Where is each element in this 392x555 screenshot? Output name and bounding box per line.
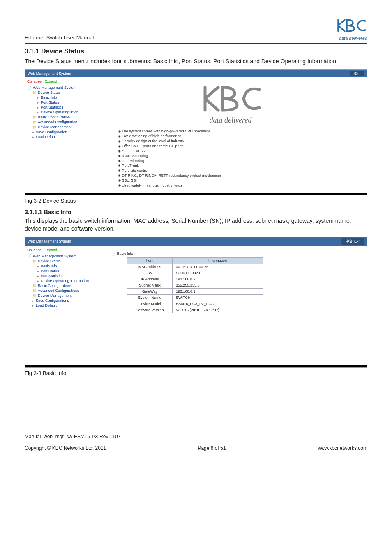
feature-item: Port rate control [118,168,221,173]
wm-title: Web Management System [28,239,71,243]
footer-url: www.kbcnetworks.com [318,445,367,451]
page-header: Ethernet Switch User Manual data deliver… [25,16,367,41]
tree-device-status[interactable]: Device Status [27,259,101,264]
tree-controls: Collapse | Expand [27,248,101,252]
footer-page: Page 6 of 51 [198,445,226,451]
tree-basic-info[interactable]: Basic Info [27,95,92,100]
welcome-tagline: data delivered [210,116,252,125]
feature-item: Used widely in various industry fields [118,183,221,188]
exit-button[interactable]: Exit [350,71,364,76]
screenshot-device-status: Web Management System Exit Collapse | Ex… [25,69,367,195]
tree-port-status[interactable]: Port Status [27,268,101,273]
tree-device-mgmt[interactable]: Device Management [27,293,101,298]
tree-controls: Collapse | Expand [27,79,92,83]
feature-item: Security design at the level of industry [118,139,221,143]
tree-device-operating[interactable]: Device Operating Infor [27,110,92,115]
welcome-content: data delivered The system comes with hig… [94,77,367,193]
tree-basic-config[interactable]: Basic Configuration [27,115,92,120]
section-title: 3.1.1 Device Status [25,48,367,55]
tree-adv-config[interactable]: Advanced Configuration [27,120,92,125]
tree-basic-config[interactable]: Basic Configurations [27,283,101,288]
tree-adv-config[interactable]: Advanced Configurations [27,288,101,293]
table-row: SNS3G6T100020 [127,270,263,276]
tree-port-statistics[interactable]: Port Statistics [27,105,92,110]
tree-device-operating[interactable]: Device Operating Information [27,278,101,283]
feature-item: Support VLAN [118,148,221,153]
expand-link[interactable]: Expand [44,79,57,83]
breadcrumb: Basic Info [111,251,360,257]
collapse-link[interactable]: Collapse [27,248,42,252]
feature-item: The system comes with high-powered CPU p… [118,129,221,134]
tree-load-default[interactable]: Load Default [27,134,92,139]
tree-save-config[interactable]: Save Configuration [27,130,92,134]
figure-caption-2: Fig 3-3 Basic Info [25,370,367,376]
subsection-intro: This displays the basic switch informati… [25,217,367,233]
table-header-item: Item [127,257,173,264]
wm-title: Web Management System [28,72,71,76]
screenshot-footer-bar [25,193,367,195]
kbc-logo-large-icon [198,82,263,115]
feature-item: Port Trunk [118,163,221,168]
table-row: Device ModelESML6_FG3_P2_DCA [127,301,263,307]
section-intro: The Device Status menu includes four sub… [25,58,367,65]
table-row: System NameSWITCH [127,294,263,301]
brand-tagline: data delivered [334,36,367,41]
collapse-link[interactable]: Collapse [27,79,42,83]
table-row: IP Address192.168.0.2 [127,276,263,282]
tree-port-status[interactable]: Port Status [27,100,92,105]
feature-item: IGMP Snooping [118,153,221,158]
wm-titlebar: Web Management System 中文 Exit [25,237,367,246]
tree-device-mgmt[interactable]: Device Management [27,125,92,130]
feature-list: The system comes with high-powered CPU p… [101,129,221,188]
table-row: Subnet Mask255.255.255.0 [127,282,263,288]
feature-item: SSL, SSH [118,178,221,183]
brand-logo-block: data delivered [334,16,367,41]
kbc-logo-icon [334,16,367,35]
tree-root[interactable]: Web Management System [27,85,92,90]
figure-caption-1: Fig 3-2 Device Status [25,198,367,204]
expand-link[interactable]: Expand [44,248,57,252]
nav-tree-pane: Collapse | Expand Web Management System … [25,246,103,365]
footer-manual-code: Manual_web_mgt_sw-ESML6-P3-Rev 1107 [25,434,367,439]
table-row: Software VersionV3.1.15 (2010-2-24 17:07… [127,307,263,313]
screenshot-footer-bar [25,365,367,367]
page-footer: Manual_web_mgt_sw-ESML6-P3-Rev 1107 Copy… [25,434,367,451]
nav-tree-pane: Collapse | Expand Web Management System … [25,77,94,193]
subsection-title: 3.1.1.1 Basic Info [25,209,367,215]
screenshot-basic-info: Web Management System 中文 Exit Collapse |… [25,237,367,368]
manual-title: Ethernet Switch User Manual [25,35,94,41]
header-divider [25,43,367,44]
tree-save-config[interactable]: Save Configurations [27,298,101,303]
tree-port-statistics[interactable]: Port Statistics [27,273,101,278]
footer-copyright: Copyright © KBC Networks Ltd. 2011 [25,445,106,451]
tree-basic-info[interactable]: Basic Info [27,264,101,268]
feature-item: DT-RING, DT-RING+, RSTP redundancy prote… [118,173,221,178]
basic-info-content: Basic Info Item Information MAC Address0… [103,246,367,365]
tree-device-status[interactable]: Device Status [27,90,92,95]
table-row: MAC Address00-1E-CD-11-00-25 [127,264,263,270]
basic-info-table: Item Information MAC Address00-1E-CD-11-… [127,257,263,313]
tree-load-default[interactable]: Load Default [27,303,101,308]
lang-exit-button[interactable]: 中文 Exit [341,238,364,245]
tree-root[interactable]: Web Management System [27,254,101,259]
feature-item: Port Mirroring [118,158,221,163]
table-header-info: Information [173,257,263,264]
feature-item: Offer Six FE ports and three GE ports [118,143,221,148]
table-row: GateWay192.168.0.1 [127,288,263,294]
wm-titlebar: Web Management System Exit [25,70,367,77]
feature-item: Lay-2 switching of high performance [118,134,221,139]
